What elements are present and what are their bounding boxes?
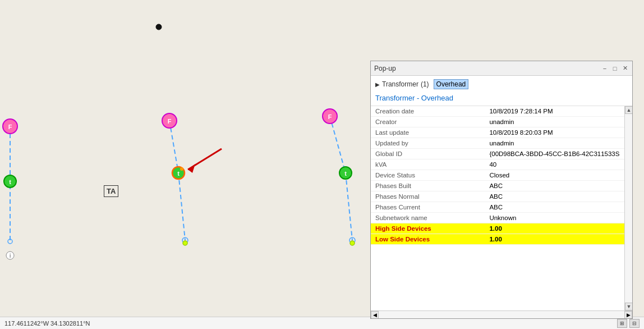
attr-label: Low Side Devices — [371, 234, 485, 245]
table-row: Creation date10/8/2019 7:28:14 PM — [371, 106, 624, 117]
table-row: High Side Devices1.00 — [371, 223, 624, 234]
attr-value: ABC — [485, 202, 624, 213]
layer-name: Transformer — [382, 80, 418, 88]
attr-label: Creator — [371, 117, 485, 127]
table-row: Low Side Devices1.00 — [371, 234, 624, 245]
popup-title: Pop-up — [374, 65, 396, 72]
popup-controls: − □ ✕ — [601, 65, 629, 72]
status-icon-2[interactable]: ⊟ — [629, 319, 640, 328]
svg-point-0 — [156, 24, 162, 30]
svg-text:t: t — [344, 170, 347, 177]
svg-text:F: F — [168, 118, 172, 125]
svg-line-8 — [178, 173, 185, 240]
table-row: Updated byunadmin — [371, 138, 624, 149]
popup-feature-title: Transformer - Overhead — [371, 92, 632, 106]
attr-value: Unknown — [485, 213, 624, 223]
popup-restore-button[interactable]: □ — [611, 65, 619, 72]
popup-layer-header: ▶ Transformer (1) Overhead — [371, 76, 632, 92]
attr-value: ABC — [485, 181, 624, 191]
attr-label: Phases Built — [371, 181, 485, 191]
scroll-down-button[interactable]: ▼ — [625, 303, 632, 310]
attr-label: Subnetwork name — [371, 213, 485, 223]
ta-label: TA — [104, 185, 118, 197]
attr-value: 10/8/2019 8:20:03 PM — [485, 127, 624, 138]
attribute-table-body: Creation date10/8/2019 7:28:14 PMCreator… — [371, 106, 624, 245]
attr-value: unadmin — [485, 117, 624, 127]
attr-value: 40 — [485, 159, 624, 170]
table-row: kVA40 — [371, 159, 624, 170]
table-row: Last update10/8/2019 8:20:03 PM — [371, 127, 624, 138]
layer-count: (1) — [421, 80, 429, 88]
svg-text:t: t — [177, 170, 180, 177]
table-row: Phases CurrentABC — [371, 202, 624, 213]
popup-titlebar: Pop-up − □ ✕ — [371, 61, 632, 76]
table-row: Subnetwork nameUnknown — [371, 213, 624, 223]
attr-label: Last update — [371, 127, 485, 138]
popup-close-button[interactable]: ✕ — [621, 65, 629, 72]
popup-panel: Pop-up − □ ✕ ▶ Transformer (1) Overhead … — [370, 61, 633, 319]
attr-label: Global ID — [371, 149, 485, 159]
svg-text:i: i — [10, 253, 11, 259]
svg-point-10 — [183, 241, 187, 245]
attr-label: kVA — [371, 159, 485, 170]
layer-collapse-arrow[interactable]: ▶ — [375, 81, 380, 88]
popup-minimize-button[interactable]: − — [601, 65, 609, 72]
attr-value: 1.00 — [485, 234, 624, 245]
attr-value: 1.00 — [485, 223, 624, 234]
attr-label: High Side Devices — [371, 223, 485, 234]
table-row: Creatorunadmin — [371, 117, 624, 127]
selected-item-badge: Overhead — [434, 79, 469, 89]
svg-point-19 — [350, 241, 355, 245]
scroll-left-button[interactable]: ◀ — [371, 311, 379, 319]
attr-value: 10/8/2019 7:28:14 PM — [485, 106, 624, 117]
popup-body: ▶ Transformer (1) Overhead Transformer -… — [371, 76, 632, 318]
horizontal-scrollbar[interactable]: ◀ ▶ — [371, 310, 632, 318]
attr-label: Creation date — [371, 106, 485, 117]
attr-value: {00D98BCA-3BDD-45CC-B1B6-42C311533S — [485, 149, 624, 159]
scroll-right-button[interactable]: ▶ — [624, 311, 632, 319]
coordinates-display: 117.4611242°W 34.1302811°N — [4, 320, 90, 327]
svg-text:t: t — [9, 179, 11, 185]
attr-label: Device Status — [371, 170, 485, 181]
svg-line-16 — [330, 116, 346, 173]
attr-value: Closed — [485, 170, 624, 181]
attr-label: Phases Current — [371, 202, 485, 213]
table-row: Phases NormalABC — [371, 191, 624, 202]
status-icons: ⊞ ⊟ — [617, 319, 640, 328]
vertical-scrollbar[interactable]: ▲ ▼ — [624, 106, 632, 310]
table-row: Global ID{00D98BCA-3BDD-45CC-B1B6-42C311… — [371, 149, 624, 159]
attr-label: Updated by — [371, 138, 485, 149]
svg-text:F: F — [328, 113, 332, 120]
attr-label: Phases Normal — [371, 191, 485, 202]
scroll-track — [379, 311, 624, 319]
table-row: Phases BuiltABC — [371, 181, 624, 191]
svg-point-15 — [180, 167, 183, 171]
svg-line-7 — [169, 121, 178, 173]
attr-value: ABC — [485, 191, 624, 202]
table-row: Device StatusClosed — [371, 170, 624, 181]
attribute-table: Creation date10/8/2019 7:28:14 PMCreator… — [371, 106, 624, 245]
attr-value: unadmin — [485, 138, 624, 149]
popup-table-container[interactable]: Creation date10/8/2019 7:28:14 PMCreator… — [371, 106, 632, 310]
svg-line-17 — [346, 173, 352, 240]
svg-text:F: F — [8, 124, 12, 130]
status-icon-1[interactable]: ⊞ — [617, 319, 627, 328]
scroll-up-button[interactable]: ▲ — [625, 106, 632, 114]
